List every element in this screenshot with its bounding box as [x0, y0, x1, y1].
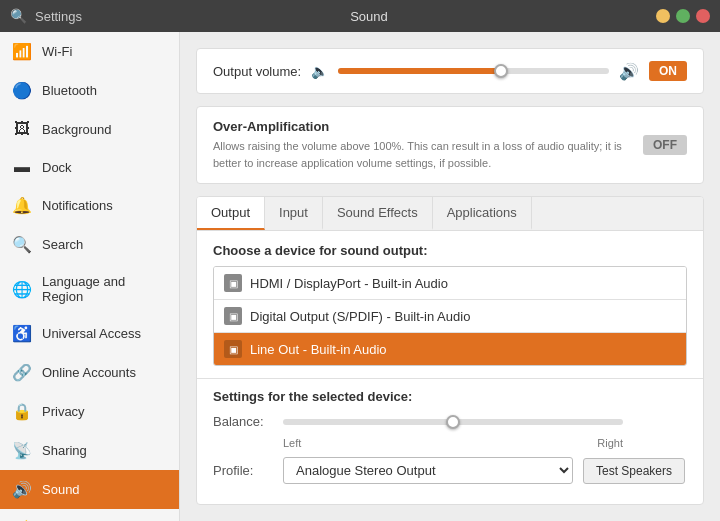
- tab-input[interactable]: Input: [265, 197, 323, 230]
- volume-label: Output volume:: [213, 64, 301, 79]
- device-item-hdmi[interactable]: ▣ HDMI / DisplayPort - Built-in Audio: [214, 267, 686, 300]
- volume-slider-fill: [338, 68, 501, 74]
- sidebar-item-search[interactable]: 🔍 Search: [0, 225, 179, 264]
- sidebar-item-sharing[interactable]: 📡 Sharing: [0, 431, 179, 470]
- sidebar-icon-sharing: 📡: [12, 441, 32, 460]
- sidebar-icon-background: 🖼: [12, 120, 32, 138]
- sidebar-label-search: Search: [42, 237, 83, 252]
- over-amp-title: Over-Amplification: [213, 119, 627, 134]
- sidebar-item-sound[interactable]: 🔊 Sound: [0, 470, 179, 509]
- device-icon-lineout: ▣: [224, 340, 242, 358]
- balance-row: Balance:: [213, 414, 687, 429]
- sidebar: 📶 Wi-Fi 🔵 Bluetooth 🖼 Background ▬ Dock …: [0, 32, 180, 521]
- sidebar-item-wifi[interactable]: 📶 Wi-Fi: [0, 32, 179, 71]
- selected-settings-title: Settings for the selected device:: [213, 389, 687, 404]
- tabs-header: OutputInputSound EffectsApplications: [197, 197, 703, 231]
- profile-label: Profile:: [213, 463, 273, 478]
- tab-sound-effects[interactable]: Sound Effects: [323, 197, 433, 230]
- sidebar-label-notifications: Notifications: [42, 198, 113, 213]
- device-list: ▣ HDMI / DisplayPort - Built-in Audio ▣ …: [213, 266, 687, 366]
- main-container: 📶 Wi-Fi 🔵 Bluetooth 🖼 Background ▬ Dock …: [0, 32, 720, 521]
- profile-row: Profile: Analogue Stereo OutputAnalogue …: [213, 457, 687, 484]
- sidebar-icon-notifications: 🔔: [12, 196, 32, 215]
- sidebar-label-bluetooth: Bluetooth: [42, 83, 97, 98]
- sidebar-label-sound: Sound: [42, 482, 80, 497]
- sidebar-icon-online-accounts: 🔗: [12, 363, 32, 382]
- over-amp-header: Over-Amplification Allows raising the vo…: [213, 119, 687, 171]
- balance-slider-thumb: [446, 415, 460, 429]
- volume-low-icon: 🔈: [311, 63, 328, 79]
- sidebar-item-universal-access[interactable]: ♿ Universal Access: [0, 314, 179, 353]
- sidebar-label-language: Language and Region: [42, 274, 167, 304]
- balance-slider[interactable]: [283, 419, 623, 425]
- device-section-title: Choose a device for sound output:: [213, 243, 687, 258]
- sidebar-icon-bluetooth: 🔵: [12, 81, 32, 100]
- device-section: Choose a device for sound output: ▣ HDMI…: [197, 231, 703, 378]
- window-controls: [656, 9, 710, 23]
- sidebar-label-sharing: Sharing: [42, 443, 87, 458]
- app-name-label: Settings: [35, 9, 82, 24]
- sidebar-label-wifi: Wi-Fi: [42, 44, 72, 59]
- maximize-button[interactable]: [676, 9, 690, 23]
- device-item-digital[interactable]: ▣ Digital Output (S/PDIF) - Built-in Aud…: [214, 300, 686, 333]
- sidebar-icon-search: 🔍: [12, 235, 32, 254]
- sidebar-item-online-accounts[interactable]: 🔗 Online Accounts: [0, 353, 179, 392]
- device-icon-hdmi: ▣: [224, 274, 242, 292]
- minimize-button[interactable]: [656, 9, 670, 23]
- sidebar-label-online-accounts: Online Accounts: [42, 365, 136, 380]
- search-icon: 🔍: [10, 8, 27, 24]
- sidebar-icon-universal-access: ♿: [12, 324, 32, 343]
- titlebar: 🔍 Settings Sound: [0, 0, 720, 32]
- sidebar-label-privacy: Privacy: [42, 404, 85, 419]
- device-item-lineout[interactable]: ▣ Line Out - Built-in Audio: [214, 333, 686, 365]
- volume-slider[interactable]: [338, 68, 609, 74]
- window-title: Sound: [350, 9, 388, 24]
- balance-label: Balance:: [213, 414, 273, 429]
- balance-left-label: Left: [283, 437, 301, 449]
- tabs-panel: OutputInputSound EffectsApplications Cho…: [196, 196, 704, 505]
- volume-row: Output volume: 🔈 🔊 ON: [196, 48, 704, 94]
- volume-high-icon: 🔊: [619, 62, 639, 81]
- volume-toggle-button[interactable]: ON: [649, 61, 687, 81]
- over-amp-description: Allows raising the volume above 100%. Th…: [213, 138, 627, 171]
- sidebar-item-bluetooth[interactable]: 🔵 Bluetooth: [0, 71, 179, 110]
- close-button[interactable]: [696, 9, 710, 23]
- sidebar-item-power[interactable]: ⚡ Power: [0, 509, 179, 521]
- over-amplification-section: Over-Amplification Allows raising the vo…: [196, 106, 704, 184]
- sidebar-label-universal-access: Universal Access: [42, 326, 141, 341]
- balance-labels: Left Right: [283, 437, 623, 449]
- balance-right-label: Right: [597, 437, 623, 449]
- sidebar-item-background[interactable]: 🖼 Background: [0, 110, 179, 148]
- device-icon-digital: ▣: [224, 307, 242, 325]
- profile-select[interactable]: Analogue Stereo OutputAnalogue Stereo Du…: [283, 457, 573, 484]
- test-speakers-button[interactable]: Test Speakers: [583, 458, 685, 484]
- sidebar-icon-sound: 🔊: [12, 480, 32, 499]
- sidebar-label-dock: Dock: [42, 160, 72, 175]
- over-amp-toggle-button[interactable]: OFF: [643, 135, 687, 155]
- sidebar-icon-language: 🌐: [12, 280, 32, 299]
- device-label-digital: Digital Output (S/PDIF) - Built-in Audio: [250, 309, 470, 324]
- sidebar-item-privacy[interactable]: 🔒 Privacy: [0, 392, 179, 431]
- sidebar-label-background: Background: [42, 122, 111, 137]
- selected-settings: Settings for the selected device: Balanc…: [197, 378, 703, 498]
- tab-applications[interactable]: Applications: [433, 197, 532, 230]
- sidebar-icon-dock: ▬: [12, 158, 32, 176]
- volume-slider-thumb: [494, 64, 508, 78]
- sidebar-icon-wifi: 📶: [12, 42, 32, 61]
- sidebar-item-language[interactable]: 🌐 Language and Region: [0, 264, 179, 314]
- sidebar-item-notifications[interactable]: 🔔 Notifications: [0, 186, 179, 225]
- sidebar-icon-privacy: 🔒: [12, 402, 32, 421]
- device-label-lineout: Line Out - Built-in Audio: [250, 342, 387, 357]
- tab-output[interactable]: Output: [197, 197, 265, 230]
- device-label-hdmi: HDMI / DisplayPort - Built-in Audio: [250, 276, 448, 291]
- content-area: Output volume: 🔈 🔊 ON Over-Amplification…: [180, 32, 720, 521]
- sidebar-item-dock[interactable]: ▬ Dock: [0, 148, 179, 186]
